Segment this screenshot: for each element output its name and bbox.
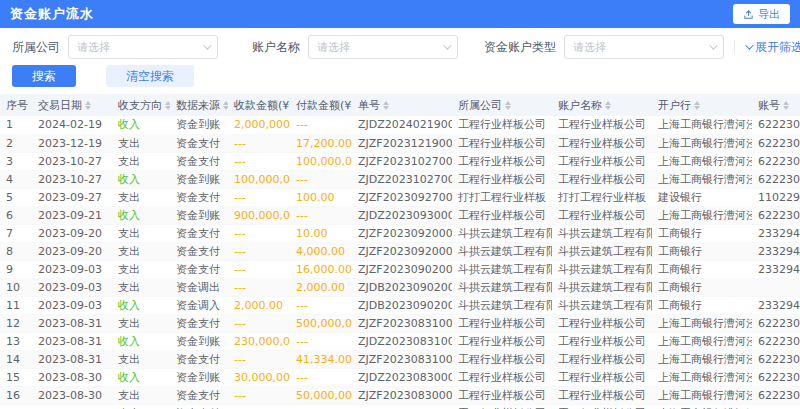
- cell-receipt: ---: [228, 278, 290, 296]
- cell-direction: 支出: [112, 224, 170, 242]
- column-label: 序号: [6, 99, 28, 112]
- column-label: 所属公司: [458, 99, 502, 112]
- cell-company: 工程行业样板公司: [452, 350, 552, 368]
- cell-direction: 收入: [112, 368, 170, 386]
- column-label: 收款金额(¥): [234, 99, 290, 112]
- cell-payment: 16,000.00: [290, 260, 352, 278]
- cell-order_no: ZJZF20230830002: [352, 386, 452, 404]
- cell-no: 15: [0, 368, 32, 386]
- cell-account_name: 斗拱云建筑工程有限公司: [552, 260, 652, 278]
- expand-filters-link[interactable]: 展开筛选: [745, 39, 800, 56]
- column-header-account_name[interactable]: 账户名称: [552, 94, 652, 116]
- sort-icon[interactable]: [694, 101, 700, 110]
- cell-source: 资金支付: [170, 224, 228, 242]
- sort-icon[interactable]: [223, 101, 228, 110]
- cell-direction: 支出: [112, 242, 170, 260]
- divider: [734, 40, 735, 54]
- table-body: 12024-02-19收入资金到账2,000,000.00---ZJDZ2024…: [0, 116, 800, 409]
- table-row: 132023-08-31收入资金到账230,000,000.00---ZJDZ2…: [0, 332, 800, 350]
- cell-company: 工程行业样板公司: [452, 170, 552, 188]
- cell-bank: 上海工商银行漕河泾支行: [652, 332, 752, 350]
- transactions-table: 序号交易日期收支方向数据来源收款金额(¥)付款金额(¥)单号所属公司账户名称开户…: [0, 94, 800, 409]
- account-type-select[interactable]: 请选择: [564, 35, 724, 59]
- cell-company: 工程行业样板公司: [452, 386, 552, 404]
- cell-receipt: ---: [228, 350, 290, 368]
- cell-receipt: 2,000.00: [228, 296, 290, 314]
- cell-company: 工程行业样板公司: [452, 134, 552, 152]
- cell-account_no: 62223011: [752, 206, 800, 224]
- cell-company: 工程行业样板公司: [452, 152, 552, 170]
- cell-receipt: 2,000,000.00: [228, 116, 290, 134]
- column-header-company[interactable]: 所属公司: [452, 94, 552, 116]
- filter-label-account-type: 资金账户类型: [484, 39, 556, 56]
- cell-receipt: 30,000,000.00: [228, 368, 290, 386]
- column-header-order_no[interactable]: 单号: [352, 94, 452, 116]
- cell-source: 资金支付: [170, 404, 228, 409]
- cell-account_no: 23329499: [752, 224, 800, 242]
- sort-icon[interactable]: [605, 101, 611, 110]
- cell-account_name: 斗拱云建筑工程有限公司: [552, 278, 652, 296]
- cell-order_no: ZJDZ20231027001: [352, 170, 452, 188]
- cell-company: 工程行业样板公司: [452, 314, 552, 332]
- cell-direction: 收入: [112, 116, 170, 134]
- chevron-down-icon: [745, 41, 753, 49]
- cell-company: 打打工程行业样板: [452, 188, 552, 206]
- cell-account_name: 斗拱云建筑工程有限公司: [552, 224, 652, 242]
- cell-date: 2024-02-19: [32, 116, 112, 134]
- cell-source: 资金到账: [170, 332, 228, 350]
- cell-receipt: ---: [228, 404, 290, 409]
- cell-payment: ---: [290, 296, 352, 314]
- cell-direction: 支出: [112, 260, 170, 278]
- cell-source: 资金调出: [170, 278, 228, 296]
- clear-search-button[interactable]: 清空搜索: [106, 65, 194, 87]
- top-header-bar: 资金账户流水 导出: [0, 0, 800, 28]
- cell-source: 资金支付: [170, 188, 228, 206]
- cell-account_name: 工程行业样板公司: [552, 170, 652, 188]
- column-header-source[interactable]: 数据来源: [170, 94, 228, 116]
- column-label: 付款金额(¥): [296, 99, 352, 112]
- table-row: 52023-09-27支出资金支付---100.00ZJZF2023092700…: [0, 188, 800, 206]
- sort-icon[interactable]: [85, 101, 91, 110]
- cell-direction: 支出: [112, 350, 170, 368]
- column-header-bank[interactable]: 开户行: [652, 94, 752, 116]
- filter-group-account-type: 资金账户类型 请选择: [484, 35, 724, 59]
- page-title: 资金账户流水: [10, 5, 94, 23]
- sort-icon[interactable]: [383, 101, 389, 110]
- column-header-account_no[interactable]: 账号: [752, 94, 800, 116]
- column-header-direction[interactable]: 收支方向: [112, 94, 170, 116]
- column-label: 账户名称: [558, 99, 602, 112]
- cell-payment: 3,300.00: [290, 404, 352, 409]
- cell-bank: 上海工商银行漕河泾支行: [652, 206, 752, 224]
- export-button[interactable]: 导出: [733, 4, 790, 24]
- account-name-select-placeholder: 请选择: [317, 40, 350, 55]
- cell-order_no: ZJZF20230831002: [352, 314, 452, 332]
- cell-account_name: 工程行业样板公司: [552, 368, 652, 386]
- sort-icon[interactable]: [505, 101, 511, 110]
- cell-direction: 收入: [112, 206, 170, 224]
- table-header-row: 序号交易日期收支方向数据来源收款金额(¥)付款金额(¥)单号所属公司账户名称开户…: [0, 94, 800, 116]
- search-button[interactable]: 搜索: [12, 65, 76, 87]
- cell-account_no: 62223011: [752, 404, 800, 409]
- cell-account_no: 62223011: [752, 314, 800, 332]
- cell-account_no: 23329499: [752, 242, 800, 260]
- sort-icon[interactable]: [783, 101, 789, 110]
- column-label: 账号: [758, 99, 780, 112]
- cell-bank: 上海工商银行漕河泾支行: [652, 134, 752, 152]
- cell-receipt: ---: [228, 224, 290, 242]
- cell-direction: 支出: [112, 278, 170, 296]
- table-row: 142023-08-31支出资金支付---41,334.00ZJZF202308…: [0, 350, 800, 368]
- cell-receipt: 230,000,000.00: [228, 332, 290, 350]
- expand-filters-label: 展开筛选: [755, 39, 800, 56]
- column-header-receipt[interactable]: 收款金额(¥): [228, 94, 290, 116]
- cell-receipt: ---: [228, 152, 290, 170]
- sort-icon[interactable]: [165, 101, 170, 110]
- cell-no: 13: [0, 332, 32, 350]
- column-header-date[interactable]: 交易日期: [32, 94, 112, 116]
- cell-account_name: 斗拱云建筑工程有限公司: [552, 296, 652, 314]
- column-header-payment[interactable]: 付款金额(¥): [290, 94, 352, 116]
- table-row: 162023-08-30支出资金支付---50,000,000.00ZJZF20…: [0, 386, 800, 404]
- cell-no: 17: [0, 404, 32, 409]
- company-select[interactable]: 请选择: [68, 35, 218, 59]
- account-name-select[interactable]: 请选择: [308, 35, 458, 59]
- cell-source: 资金到账: [170, 170, 228, 188]
